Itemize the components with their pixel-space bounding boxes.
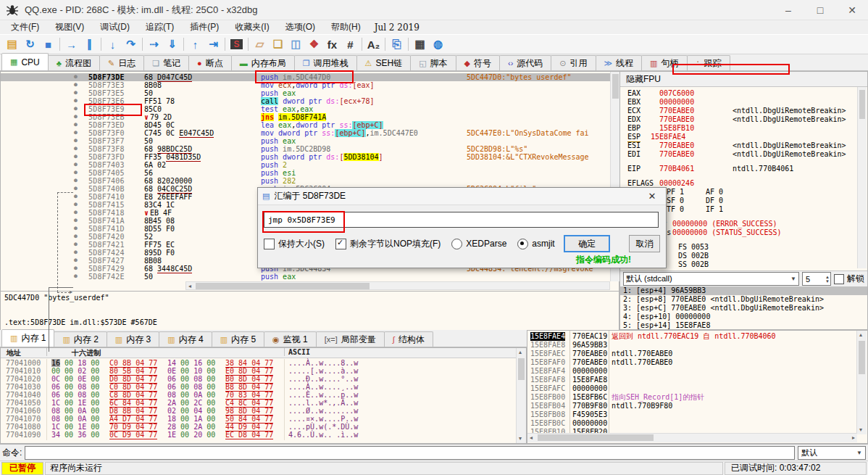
tab-源代码[interactable]: ‹›源代码 [499, 55, 551, 70]
dump-row[interactable]: 7704103006 00 08 00C0 8D 04 7706 00 08 0… [1, 383, 515, 391]
dump-row[interactable]: 7704101000 00 02 0080 5B 04 770E 00 10 0… [1, 367, 515, 375]
breakpoint-dot-icon[interactable]: ● [74, 96, 78, 104]
run-icon[interactable]: → [62, 36, 80, 53]
dump-row[interactable]: 7704106008 00 0A 00D8 8B 04 7702 00 04 0… [1, 407, 515, 415]
breakpoint-dot-icon[interactable]: ● [74, 80, 78, 88]
scylla-icon[interactable]: S [228, 36, 246, 53]
breakpoint-dot-icon[interactable]: ● [74, 73, 78, 80]
disasm-row[interactable]: ●5D8F73EB∨79 2Djns im.5D8F741A [1, 113, 610, 121]
breakpoint-dot-icon[interactable]: ● [74, 184, 78, 192]
disasm-row[interactable]: ●5D8F73F868 98BDC25Dpush im.5DC2BD985DC2… [1, 145, 610, 153]
menu-item-1[interactable]: 视图(V) [47, 21, 92, 33]
tab-线程[interactable]: ≫线程 [596, 55, 643, 70]
stack-row[interactable]: 15E8FAEC770EABE0ntdll.770EABE0 [527, 350, 857, 358]
breakpoint-dot-icon[interactable]: ● [74, 168, 78, 176]
ok-button[interactable]: 确定 [564, 235, 611, 252]
dump-row[interactable]: 7704100016 00 18 00C0 8B 04 7714 00 16 0… [1, 359, 515, 367]
scroll-thumb[interactable] [859, 90, 865, 119]
execute-till-return-icon[interactable]: ⇓ [163, 36, 181, 53]
disasm-row[interactable]: ●5D8F740556push esi [1, 169, 610, 177]
scroll-down-icon[interactable]: ▾ [859, 426, 862, 434]
scroll-thumb[interactable] [518, 358, 525, 380]
disasm-row[interactable]: ●5D8F73E38B08mov ecx,dword ptr ds:[eax] [1, 81, 610, 89]
disasm-row[interactable]: ●5D8F740668 82020000push 282 [1, 177, 610, 185]
stack-row[interactable]: 15E8FB0015E8FB6C指向SEH_Record[1]的指针 [527, 393, 857, 402]
tab-引用[interactable]: ⊙引用 [551, 55, 596, 70]
minimize-button[interactable]: – [772, 0, 804, 20]
open-folder-icon[interactable]: ▤ [3, 36, 21, 53]
nop-fill-checkbox[interactable] [335, 239, 346, 249]
cancel-button[interactable]: 取消 [629, 235, 660, 252]
breakpoint-dot-icon[interactable]: ● [74, 232, 78, 240]
tab-内存 2[interactable]: ▥内存 2 [54, 331, 107, 347]
breakpoint-dot-icon[interactable]: ● [74, 88, 78, 96]
breakpoint-dot-icon[interactable]: ● [74, 176, 78, 184]
tab-监视 1[interactable]: ◉监视 1 [264, 331, 317, 347]
dump-vertical-scrollbar[interactable]: ▴ ▾ [516, 348, 526, 443]
disasm-row[interactable]: ●5D8F73E985C0test eax,eax [1, 105, 610, 113]
dump-row[interactable]: 7704104006 00 08 00C8 8D 04 7708 00 0A 0… [1, 391, 515, 399]
disasm-row[interactable]: ●5D8F73DE68 D047C45Dpush im.5DC447D05DC4… [1, 73, 610, 81]
calculator-icon[interactable]: ▦ [411, 36, 429, 53]
maximize-button[interactable]: □ [804, 0, 836, 20]
stack-row[interactable]: 15E8FAE896A59BB3 [527, 341, 857, 350]
xedparse-radio[interactable] [451, 239, 462, 249]
scroll-up-icon[interactable]: ▴ [859, 331, 862, 339]
disasm-row[interactable]: ●5D8F73E550push eax [1, 89, 610, 97]
breakpoint-dot-icon[interactable]: ● [74, 128, 78, 136]
stack-panel[interactable]: 15E8FAE4770EAC19返回到 ntdll.770EAC19 自 ntd… [527, 330, 868, 444]
scroll-right-icon[interactable]: ▸ [852, 434, 855, 442]
disasm-horizontal-scrollbar[interactable]: ◂ [185, 281, 610, 290]
step-out-icon[interactable]: ↑ [186, 36, 204, 53]
scroll-up-icon[interactable]: ▴ [519, 349, 522, 356]
hash-icon[interactable]: # [341, 36, 359, 53]
run-to-user-code-icon[interactable]: ⇥ [204, 36, 222, 53]
tab-流程图[interactable]: ♣流程图 [48, 55, 100, 70]
breakpoint-dot-icon[interactable]: ● [74, 248, 78, 256]
scroll-down-icon[interactable]: ▾ [519, 435, 522, 442]
menu-item-7[interactable]: 帮助(H) [323, 21, 369, 33]
dialog-titlebar[interactable]: ▤ 汇编于 5D8F73DE ✕ [258, 188, 666, 205]
stack-row[interactable]: 15E8FB08F45905E3 [527, 410, 857, 419]
stack-row[interactable]: 15E8FAF400000000 [527, 367, 857, 376]
tab-SEH链[interactable]: ⚠SEH链 [356, 55, 412, 70]
tab-日志[interactable]: ✎日志 [99, 55, 144, 70]
breakpoint-dot-icon[interactable]: ● [74, 160, 78, 168]
stack-row[interactable]: 15E8FB0C00000000 [527, 419, 857, 428]
menu-item-3[interactable]: 追踪(T) [138, 21, 182, 33]
hide-fpu-button[interactable]: 隐藏FPU [620, 72, 867, 87]
asmjit-radio[interactable] [517, 239, 528, 249]
scroll-thumb[interactable] [612, 74, 619, 99]
command-input[interactable] [25, 446, 795, 460]
scroll-thumb[interactable] [859, 341, 865, 374]
breakpoint-dot-icon[interactable]: ● [74, 200, 78, 208]
font-settings-icon[interactable]: A₂ [364, 36, 383, 53]
breakpoint-dot-icon[interactable]: ● [74, 224, 78, 232]
scroll-thumb[interactable] [538, 434, 654, 441]
tab-句柄[interactable]: ▥句柄 [641, 55, 687, 70]
menu-item-4[interactable]: 插件(P) [182, 21, 227, 33]
step-over-icon[interactable]: ↷ [122, 36, 140, 53]
bookmark-icon[interactable]: ❖ [305, 36, 323, 53]
tab-调用堆栈[interactable]: ❐调用堆栈 [294, 55, 357, 70]
tab-内存 3[interactable]: ▥内存 3 [107, 331, 159, 347]
function-icon[interactable]: fx [323, 36, 341, 53]
breakpoint-dot-icon[interactable]: ● [74, 240, 78, 248]
dump-row[interactable]: 770410200C 00 0E 00D0 8D 04 7706 00 08 0… [1, 375, 515, 383]
registers-scrollbar[interactable] [857, 87, 867, 268]
tab-脚本[interactable]: ◱脚本 [410, 55, 456, 70]
disasm-row[interactable]: ●5D8F742E50push eax [1, 273, 610, 281]
unlock-checkbox[interactable] [834, 274, 844, 284]
stack-horizontal-scrollbar[interactable]: ◂ ▸ [527, 433, 857, 442]
disasm-row[interactable]: ●5D8F73E6FF51 78call dword ptr ds:[ecx+7… [1, 97, 610, 105]
stack-row[interactable]: 15E8FB04770B9F80ntdll.770B9F80 [527, 402, 857, 410]
stack-row[interactable]: 15E8FAE4770EAC19返回到 ntdll.770EAC19 自 ntd… [527, 332, 857, 341]
restart-icon[interactable]: ↻ [21, 36, 39, 53]
argument-row[interactable]: 1: [esp+4] 96A59BB3 [620, 286, 867, 295]
patch-icon[interactable]: ▱ [251, 36, 269, 53]
tab-笔记[interactable]: ❏笔记 [143, 55, 189, 70]
breakpoint-dot-icon[interactable]: ● [74, 104, 78, 112]
breakpoint-dot-icon[interactable]: ● [74, 136, 78, 144]
command-mode-select[interactable]: 默认 ▼ [798, 446, 866, 460]
pause-icon[interactable]: ∥ [80, 36, 99, 53]
